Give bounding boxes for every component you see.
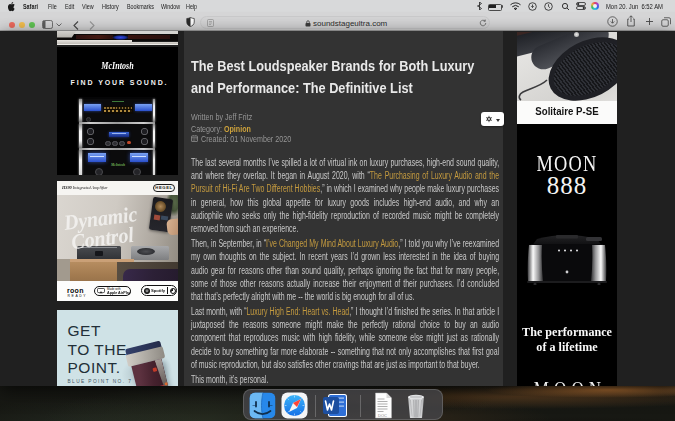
svg-text:DOC: DOC xyxy=(378,413,387,418)
